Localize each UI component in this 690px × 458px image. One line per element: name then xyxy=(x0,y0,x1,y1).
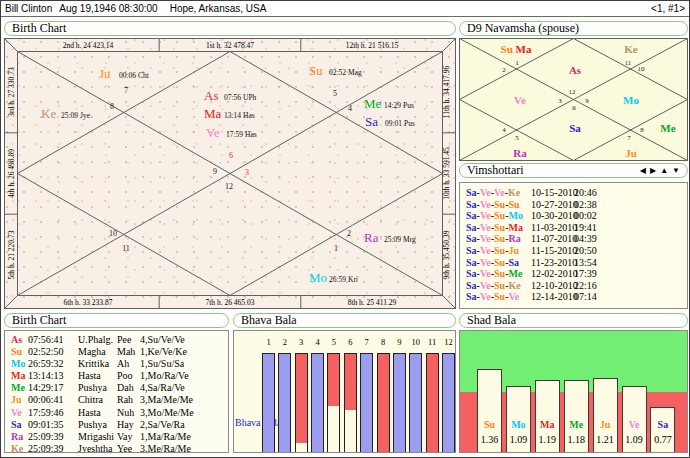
shad-bala-value: 1.19 xyxy=(535,434,560,445)
bhava-bar-fill xyxy=(263,354,274,453)
dasha-start-date: 12-02-2010 xyxy=(531,268,578,279)
dasha-start-date: 10-27-2010 xyxy=(531,199,578,210)
vimshottari-row[interactable]: Sa-Ve-Su-Mo10-30-201000:02 xyxy=(460,210,687,222)
shad-bala-planet-label: Ve xyxy=(622,419,647,430)
planet-abbr: Mo xyxy=(11,358,25,369)
planet-nakshatra: Jyeshtha xyxy=(78,443,112,453)
d9-planet-glyph-me: Me xyxy=(660,122,675,134)
rashi-number: 11 xyxy=(122,244,130,253)
bhava-bar-fill xyxy=(279,354,290,453)
vimshottari-row[interactable]: Sa-Ve-Su-Sa11-23-201013:54 xyxy=(460,257,687,269)
vimshottari-row[interactable]: Sa-Ve-Ve-Ke10-15-201020:46 xyxy=(460,187,687,199)
birth-chart-panel: Birth Chart xyxy=(4,21,456,309)
rashi-number: 7 xyxy=(124,86,128,95)
vimshottari-row[interactable]: Sa-Ve-Su-Ve12-14-201007:14 xyxy=(460,291,687,303)
planet-glyph-ma: Ma xyxy=(204,106,222,121)
planet-lords: 1,Ke/Ve/Ke xyxy=(140,346,187,357)
bhava-house-number: 8 xyxy=(376,337,390,347)
planet-degree-label: 00:06 Cht xyxy=(119,71,150,80)
vimshottari-row[interactable]: Sa-Ve-Su-Ra11-07-201004:39 xyxy=(460,233,687,245)
bhava-house-number: 6 xyxy=(343,337,357,347)
shad-bala-planet-label: Ju xyxy=(593,419,618,430)
shad-bala-value: 1.21 xyxy=(593,434,618,445)
planet-abbr: Ke xyxy=(11,443,23,453)
dasha-start-date: 11-23-2010 xyxy=(531,257,577,268)
bhava-bala-panel: Bhava Bala Bhava Bala 123456789101112 xyxy=(233,313,456,453)
shad-bala-value: 1.18 xyxy=(564,434,589,445)
shad-bala-chart[interactable]: Su1.36Mo1.09Ma1.19Me1.18Ju1.21Ve1.09Sa0.… xyxy=(459,330,688,453)
dasha-start-time: 19:41 xyxy=(574,222,597,233)
dasha-sequence: Sa-Ve-Su-Su xyxy=(466,199,520,210)
bhava-bar-fill xyxy=(328,354,339,406)
planet-lords: 3,Me/Ra/Me xyxy=(140,443,191,453)
vimshottari-row[interactable]: Sa-Ve-Su-Ju11-15-201020:50 xyxy=(460,245,687,257)
rashi-number: 8 xyxy=(640,126,644,134)
panel-title-text: D9 Navamsha (spouse) xyxy=(467,22,579,35)
planet-glyph-ve: Ve xyxy=(206,125,220,140)
rashi-number: 9 xyxy=(213,167,217,176)
planet-longitude: 26:59:32 xyxy=(28,358,64,369)
planet-longitude: 07:56:41 xyxy=(28,334,64,345)
planet-table-row: Me14:29:17PushyaDah4,Sa/Ra/Ve xyxy=(5,382,228,394)
planet-nakshatra: Pushya xyxy=(78,382,107,393)
house-edge-label: 4th h. 26 498.89 xyxy=(7,149,16,198)
dasha-sequence: Sa-Ve-Ve-Ke xyxy=(466,187,520,198)
panel-title-text: Birth Chart xyxy=(12,314,66,327)
planet-table-row: Mo26:59:32KrittikaAh1,Su/Su/Sa xyxy=(5,358,228,370)
planet-lords: 1,Mo/Ra/Ve xyxy=(140,370,189,381)
rashi-number: 6 xyxy=(572,104,576,112)
bhava-bar xyxy=(360,353,373,453)
bhava-house-number: 1 xyxy=(262,337,276,347)
planet-table-row: As07:56:41U.Phalg.Pee4,Su/Ve/Ve xyxy=(5,334,228,346)
birth-datetime: Aug 19,1946 08:30:00 xyxy=(59,3,157,14)
planet-glyph-ra: Ra xyxy=(364,230,379,245)
planet-table[interactable]: As07:56:41U.Phalg.Pee4,Su/Ve/VeSu02:52:5… xyxy=(4,330,229,453)
rashi-number: 12 xyxy=(569,88,577,96)
bhava-bar xyxy=(377,353,390,453)
shad-bala-planet-label: Me xyxy=(564,419,589,430)
rashi-number: 1 xyxy=(334,244,338,253)
planet-glyph-as: As xyxy=(204,88,218,103)
planet-sound: Nuh xyxy=(117,407,134,418)
planet-longitude: 25:09:39 xyxy=(28,443,64,453)
d9-planet-glyph-as: As xyxy=(569,64,582,76)
rashi-number: 1 xyxy=(515,59,519,67)
vimshottari-list[interactable]: Sa-Ve-Ve-Ke10-15-201020:46Sa-Ve-Su-Su10-… xyxy=(459,182,688,309)
d9-planet-glyph-ra: Ra xyxy=(513,147,527,159)
house-edge-label: 5th h. 21 220.73 xyxy=(7,230,16,279)
bhava-bala-panel-title: Bhava Bala xyxy=(233,313,456,328)
dasha-sequence: Sa-Ve-Su-Ke xyxy=(466,280,521,291)
rashi-number: 10 xyxy=(109,229,117,238)
dasha-next-icon[interactable]: ▶ xyxy=(650,164,656,177)
bhava-house-number: 10 xyxy=(409,337,423,347)
dasha-start-date: 11-03-2010 xyxy=(531,222,577,233)
page-indicator: <1, #1> xyxy=(651,3,685,14)
dasha-prev-icon[interactable]: ◀ xyxy=(640,164,646,177)
planet-longitude: 13:14:13 xyxy=(28,370,64,381)
planet-nakshatra: Hasta xyxy=(78,407,101,418)
vimshottari-row[interactable]: Sa-Ve-Su-Me12-02-201017:39 xyxy=(460,268,687,280)
dasha-down-icon[interactable]: ▼ xyxy=(672,164,680,177)
d9-chart[interactable]: Su MaKeAsVeMoSaMeRaJu211110123964587 xyxy=(459,38,688,161)
planet-lords: 2,Sa/Ve/Ra xyxy=(140,419,185,430)
rashi-number: 4 xyxy=(502,126,506,134)
bhava-bala-chart[interactable]: Bhava Bala 123456789101112 xyxy=(233,330,456,453)
shad-bala-value: 0.77 xyxy=(650,434,675,445)
vimshottari-row[interactable]: Sa-Ve-Su-Ke12-10-201022:16 xyxy=(460,280,687,292)
planet-degree-label: 07:56 UPh xyxy=(224,93,257,102)
dasha-start-time: 02:38 xyxy=(574,199,597,210)
planet-lords: 3,Mo/Me/Me xyxy=(140,407,194,418)
panel-title-text: Vimshottari xyxy=(467,164,524,177)
vimshottari-panel-title: Vimshottari ◀ ▶ ▲ ▼ xyxy=(459,163,688,178)
vimshottari-row[interactable]: Sa-Ve-Su-Ma11-03-201019:41 xyxy=(460,222,687,234)
vimshottari-row[interactable]: Sa-Ve-Su-Su10-27-201002:38 xyxy=(460,199,687,211)
d9-panel-title: D9 Navamsha (spouse) xyxy=(459,21,688,36)
house-edge-label: 2nd h. 24 423.14 xyxy=(63,41,114,50)
rasi-chart[interactable]: 2nd h. 24 423.141st h. 32 478.4712th h. … xyxy=(4,38,456,309)
bhava-bar-fill xyxy=(312,354,323,453)
bhava-house-number: 3 xyxy=(294,337,308,347)
dasha-start-time: 07:14 xyxy=(574,291,597,302)
rashi-number: 12 xyxy=(225,182,233,191)
shad-bala-planet-label: Mo xyxy=(506,419,531,430)
dasha-up-icon[interactable]: ▲ xyxy=(660,164,668,177)
